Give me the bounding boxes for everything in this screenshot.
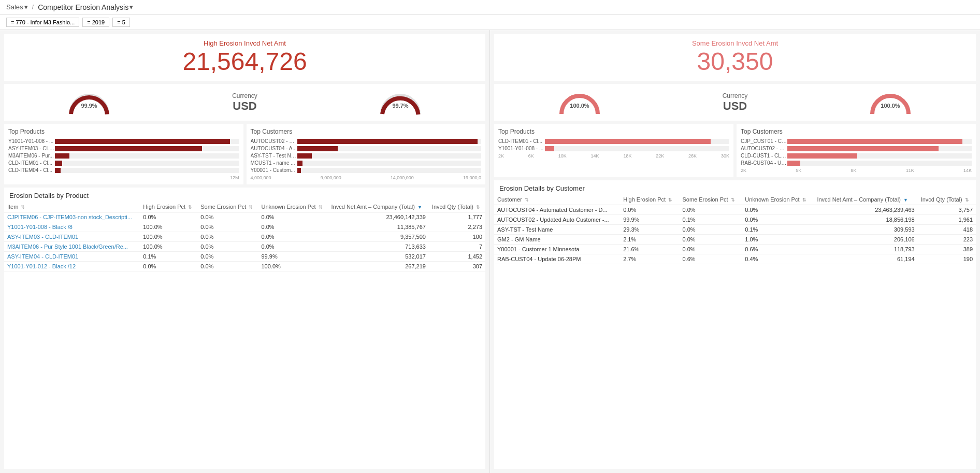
qty-cell: 223 bbox=[918, 235, 976, 245]
some-erosion-cell: 0.1% bbox=[679, 215, 742, 225]
page-title-dropdown[interactable]: Competitor Erosion Analysis ▾ bbox=[38, 3, 133, 11]
table-row: AUTOCUST02 - Updated Auto Customer -... … bbox=[494, 215, 976, 225]
left-customers-axis: 4,000,0009,000,00014,000,00019,000,0 bbox=[251, 175, 482, 180]
net-amt-cell: 9,357,500 bbox=[328, 232, 429, 242]
bar-label: RAB-CUST04 - Up... bbox=[741, 160, 787, 166]
left-currency-title: Currency bbox=[232, 92, 257, 99]
right-customers-axis: 2K5K8K11K14K bbox=[741, 168, 972, 173]
right-top-products-title: Top Products bbox=[498, 128, 729, 135]
col-high-erosion[interactable]: High Erosion Pct ⇅ bbox=[140, 202, 197, 212]
some-erosion-cell: 0.0% bbox=[679, 245, 742, 254]
col-some-erosion[interactable]: Some Erosion Pct ⇅ bbox=[197, 202, 258, 212]
svg-text:99.9%: 99.9% bbox=[81, 103, 97, 109]
bar-row: CLD-ITEM04 - Cl... bbox=[8, 167, 239, 173]
bar-label: AUTOCUST04 - A... bbox=[251, 146, 297, 151]
item-cell[interactable]: M3AITEM06 - Pur Style 1001 Black/Green/R… bbox=[4, 242, 140, 252]
breadcrumb: Sales ▾ / Competitor Erosion Analysis ▾ bbox=[6, 3, 133, 11]
right-top-products-bars: CLD-ITEM01 - Cl... Y1001-Y01-008 - ... bbox=[498, 138, 729, 151]
col-unknown-erosion[interactable]: Unknown Erosion Pct ⇅ bbox=[258, 202, 328, 212]
left-products-axis: 12M bbox=[8, 175, 239, 180]
bar-row: CLD-ITEM01 - Cl... bbox=[498, 138, 729, 144]
left-currency-value: USD bbox=[232, 99, 257, 113]
net-amt-cell: 267,219 bbox=[328, 262, 429, 271]
right-table-section: Erosion Details by Customer Customer ⇅ H… bbox=[494, 180, 976, 469]
table-row: GM2 - GM Name 2.1% 0.0% 1.0% 206,106 223 bbox=[494, 235, 976, 245]
left-top-customers: Top Customers AUTOCUST02 - U... AUTOCUST… bbox=[247, 124, 486, 184]
bar-track bbox=[55, 146, 239, 151]
net-amt-cell: 23,460,142,339 bbox=[328, 212, 429, 222]
table-row: RAB-CUST04 - Update 06-28PM 2.7% 0.6% 0.… bbox=[494, 254, 976, 264]
item-cell[interactable]: Y1001-Y01-012 - Black /12 bbox=[4, 262, 140, 271]
some-erosion-cell: 0.0% bbox=[197, 212, 258, 222]
col-some-erosion[interactable]: Some Erosion Pct ⇅ bbox=[679, 194, 742, 205]
qty-cell: 3,757 bbox=[918, 205, 976, 215]
filter-bar: = 770 - Infor M3 Fashio... = 2019 = 5 bbox=[0, 15, 980, 30]
left-charts-row: Top Products Y1001-Y01-008 - ... ASY-ITE… bbox=[4, 124, 485, 184]
filter-company[interactable]: = 770 - Infor M3 Fashio... bbox=[6, 18, 79, 27]
some-erosion-cell: 0.0% bbox=[197, 222, 258, 232]
left-gauge-1-svg: 99.9% bbox=[66, 88, 112, 117]
some-erosion-cell: 0.0% bbox=[679, 205, 742, 215]
bar-track bbox=[787, 146, 972, 151]
right-table-title: Erosion Details by Customer bbox=[494, 180, 976, 194]
col-unknown-erosion[interactable]: Unknown Erosion Pct ⇅ bbox=[742, 194, 814, 205]
left-gauges-row: 99.9% Currency USD 99.7% bbox=[4, 84, 485, 121]
right-gauge-1: 100.0% bbox=[556, 88, 603, 117]
high-erosion-cell: 0.0% bbox=[620, 205, 679, 215]
col-net-amt[interactable]: Invcd Net Amt – Company (Total) ▼ bbox=[328, 202, 429, 212]
customer-cell: Y00001 - Customer 1 Minnesota bbox=[494, 245, 620, 254]
unknown-erosion-cell: 0.4% bbox=[742, 254, 814, 264]
sales-dropdown[interactable]: Sales ▾ bbox=[6, 3, 28, 11]
item-cell[interactable]: ASY-ITEM03 - CLD-ITEM01 bbox=[4, 232, 140, 242]
right-table-scroll[interactable]: Customer ⇅ High Erosion Pct ⇅ Some Erosi… bbox=[494, 194, 976, 469]
table-row: ASY-TST - Test Name 29.3% 0.0% 0.1% 309,… bbox=[494, 225, 976, 235]
right-products-axis: 2K6K10K14K18K22K26K30K bbox=[498, 153, 729, 159]
high-erosion-kpi: High Erosion Invcd Net Amt 21,564,726 bbox=[4, 34, 485, 81]
high-erosion-cell: 100.0% bbox=[140, 222, 197, 232]
col-qty[interactable]: Invcd Qty (Total) ⇅ bbox=[918, 194, 976, 205]
bar-track bbox=[297, 153, 482, 159]
high-erosion-cell: 2.1% bbox=[620, 235, 679, 245]
col-net-amt[interactable]: Invcd Net Amt – Company (Total) ▼ bbox=[814, 194, 917, 205]
bar-row: CLD-CUST1 - CLD-... bbox=[741, 153, 972, 159]
left-top-customers-title: Top Customers bbox=[251, 128, 482, 135]
bar-row: RAB-CUST04 - Up... bbox=[741, 160, 972, 166]
breadcrumb-sep: / bbox=[32, 3, 34, 11]
col-customer[interactable]: Customer ⇅ bbox=[494, 194, 620, 205]
col-item[interactable]: Item ⇅ bbox=[4, 202, 140, 212]
table-row: M3AITEM06 - Pur Style 1001 Black/Green/R… bbox=[4, 242, 485, 252]
item-cell[interactable]: Y1001-Y01-008 - Black /8 bbox=[4, 222, 140, 232]
high-erosion-value: 21,564,726 bbox=[9, 47, 480, 76]
col-high-erosion[interactable]: High Erosion Pct ⇅ bbox=[620, 194, 679, 205]
qty-cell: 418 bbox=[918, 225, 976, 235]
item-cell[interactable]: CJPITEM06 - CJP-ITEM03-non stock_Descrip… bbox=[4, 212, 140, 222]
net-amt-cell: 206,106 bbox=[814, 235, 917, 245]
filter-num[interactable]: = 5 bbox=[112, 18, 130, 27]
bar-track bbox=[297, 168, 482, 173]
left-currency: Currency USD bbox=[232, 92, 257, 113]
filter-year[interactable]: = 2019 bbox=[82, 18, 109, 27]
bar-label: Y1001-Y01-008 - ... bbox=[498, 146, 545, 151]
col-qty[interactable]: Invcd Qty (Total) ⇅ bbox=[429, 202, 485, 212]
bar-track bbox=[545, 146, 729, 151]
qty-cell: 389 bbox=[918, 245, 976, 254]
page-title-arrow: ▾ bbox=[129, 3, 133, 11]
right-gauges-row: 100.0% Currency USD 100.0% bbox=[494, 84, 976, 121]
bar-track bbox=[55, 168, 239, 173]
page-title: Competitor Erosion Analysis bbox=[38, 3, 128, 11]
left-gauge-2-svg: 99.7% bbox=[377, 88, 424, 117]
some-erosion-cell: 0.0% bbox=[679, 225, 742, 235]
table-row: ASY-ITEM03 - CLD-ITEM01 100.0% 0.0% 0.0%… bbox=[4, 232, 485, 242]
qty-cell: 2,273 bbox=[429, 222, 485, 232]
item-cell[interactable]: ASY-ITEM04 - CLD-ITEM01 bbox=[4, 252, 140, 262]
bar-row: ASY-ITEM03 - CLD-... bbox=[8, 146, 239, 151]
left-table-scroll[interactable]: Item ⇅ High Erosion Pct ⇅ Some Erosion P… bbox=[4, 202, 485, 469]
bar-label: ASY-TST - Test Na... bbox=[251, 153, 297, 159]
right-gauge-1-svg: 100.0% bbox=[556, 88, 603, 117]
bar-row: CLD-ITEM01 - Cl... bbox=[8, 160, 239, 166]
net-amt-cell: 713,633 bbox=[328, 242, 429, 252]
qty-cell: 1,777 bbox=[429, 212, 485, 222]
right-currency-title: Currency bbox=[723, 92, 748, 99]
customer-cell: AUTOCUST04 - Automated Customer - D... bbox=[494, 205, 620, 215]
bar-track bbox=[55, 139, 239, 144]
